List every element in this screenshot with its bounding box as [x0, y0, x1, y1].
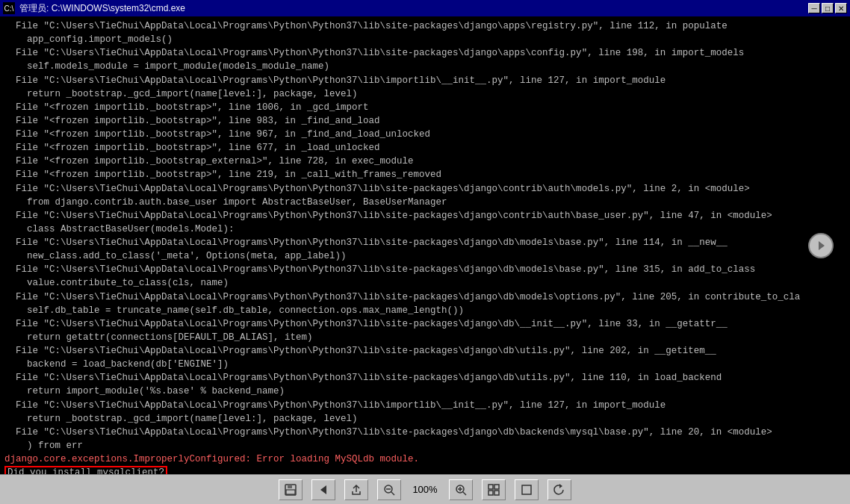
refresh-icon — [553, 483, 566, 497]
svg-marker-17 — [559, 484, 562, 488]
terminal-line: return _bootstrap._gcd_import(name[level… — [4, 87, 846, 101]
svg-rect-14 — [488, 491, 493, 495]
terminal-line: backend = load_backend(db['ENGINE']) — [4, 358, 846, 371]
svg-rect-2 — [288, 485, 292, 488]
terminal-line: value.contribute_to_class(cls, name) — [4, 276, 846, 290]
svg-rect-12 — [488, 485, 493, 489]
taskbar: 100% — [0, 474, 850, 504]
resize-icon — [521, 484, 533, 496]
terminal-line: return import_module('%s.base' % backend… — [4, 385, 846, 398]
refresh-button[interactable] — [547, 479, 571, 500]
titlebar-title: 管理员: C:\WINDOWS\system32\cmd.exe — [19, 2, 185, 15]
terminal-line: File "<frozen importlib._bootstrap>", li… — [4, 168, 846, 181]
zoom-in-button[interactable] — [449, 479, 473, 500]
save-icon — [284, 483, 297, 497]
svg-rect-15 — [494, 491, 499, 495]
svg-line-6 — [391, 492, 394, 495]
close-button[interactable]: ✕ — [835, 3, 847, 13]
terminal-line: File "C:\Users\TieChui\AppData\Local\Pro… — [4, 317, 846, 331]
terminal-line: File "<frozen importlib._bootstrap>", li… — [4, 128, 846, 141]
zoom-in-icon — [454, 483, 468, 497]
layout-icon — [488, 484, 500, 496]
cmd-icon: C:\ — [3, 2, 15, 14]
scroll-right-button[interactable] — [808, 233, 834, 258]
terminal-line: File "<frozen importlib._bootstrap>", li… — [4, 101, 846, 114]
terminal-line: File "C:\Users\TieChui\AppData\Local\Pro… — [4, 46, 846, 60]
zoom-out-button[interactable] — [377, 479, 401, 500]
maximize-button[interactable]: □ — [822, 3, 834, 13]
terminal-line: File "<frozen importlib._bootstrap_exter… — [4, 155, 846, 168]
svg-marker-0 — [819, 241, 825, 250]
minimize-button[interactable]: ─ — [808, 3, 820, 13]
terminal-line: Did you install mysqlclient? — [4, 466, 846, 474]
terminal-line: self.db_table = truncate_name(self.db_ta… — [4, 304, 846, 317]
terminal-line: File "C:\Users\TieChui\AppData\Local\Pro… — [4, 399, 846, 412]
terminal-line: from django.contrib.auth.base_user impor… — [4, 196, 846, 209]
highlighted-error-text: Did you install mysqlclient? — [4, 466, 167, 474]
share-icon — [350, 484, 362, 496]
terminal-line: File "<frozen importlib._bootstrap>", li… — [4, 114, 846, 128]
terminal-line: File "C:\Users\TieChui\AppData\Local\Pro… — [4, 426, 846, 439]
terminal-area: File "C:\Users\TieChui\AppData\Local\Pro… — [0, 16, 850, 474]
svg-rect-3 — [286, 490, 295, 494]
terminal-line: ) from err — [4, 439, 846, 452]
svg-rect-16 — [522, 485, 531, 494]
svg-rect-13 — [494, 485, 499, 489]
terminal-line: File "C:\Users\TieChui\AppData\Local\Pro… — [4, 344, 846, 358]
terminal-line: File "C:\Users\TieChui\AppData\Local\Pro… — [4, 74, 846, 87]
terminal-line: File "C:\Users\TieChui\AppData\Local\Pro… — [4, 182, 846, 196]
terminal-line: File "C:\Users\TieChui\AppData\Local\Pro… — [4, 263, 846, 276]
terminal-line: class AbstractBaseUser(models.Model): — [4, 223, 846, 236]
terminal-line: File "C:\Users\TieChui\AppData\Local\Pro… — [4, 371, 846, 385]
zoom-display: 100% — [410, 484, 440, 495]
left-arrow-icon — [317, 484, 329, 496]
terminal-line: File "C:\Users\TieChui\AppData\Local\Pro… — [4, 19, 846, 33]
window-container: C:\ 管理员: C:\WINDOWS\system32\cmd.exe ─ □… — [0, 0, 850, 504]
save-button[interactable] — [279, 479, 303, 500]
share-button[interactable] — [344, 479, 368, 500]
terminal-line: File "C:\Users\TieChui\AppData\Local\Pro… — [4, 290, 846, 304]
terminal-line: self.models_module = import_module(model… — [4, 60, 846, 73]
resize-button[interactable] — [515, 479, 539, 500]
zoom-level: 100% — [410, 484, 440, 495]
terminal-line: File "<frozen importlib._bootstrap>", li… — [4, 141, 846, 155]
terminal-line: File "C:\Users\TieChui\AppData\Local\Pro… — [4, 209, 846, 223]
terminal-line: django.core.exceptions.ImproperlyConfigu… — [4, 452, 846, 466]
prev-button[interactable] — [311, 479, 335, 500]
svg-line-9 — [463, 492, 466, 495]
terminal-line: return getattr(connections[DEFAULT_DB_AL… — [4, 331, 846, 344]
terminal-line: new_class.add_to_class('_meta', Options(… — [4, 249, 846, 263]
zoom-out-icon — [382, 483, 396, 497]
terminal-line: File "C:\Users\TieChui\AppData\Local\Pro… — [4, 236, 846, 249]
titlebar: C:\ 管理员: C:\WINDOWS\system32\cmd.exe ─ □… — [0, 0, 850, 16]
terminal-line: app_config.import_models() — [4, 33, 846, 46]
titlebar-left: C:\ 管理员: C:\WINDOWS\system32\cmd.exe — [3, 2, 185, 15]
terminal-line: return _bootstrap._gcd_import(name[level… — [4, 412, 846, 426]
titlebar-controls: ─ □ ✕ — [808, 3, 847, 13]
layout-button[interactable] — [482, 479, 506, 500]
svg-marker-4 — [320, 485, 326, 494]
